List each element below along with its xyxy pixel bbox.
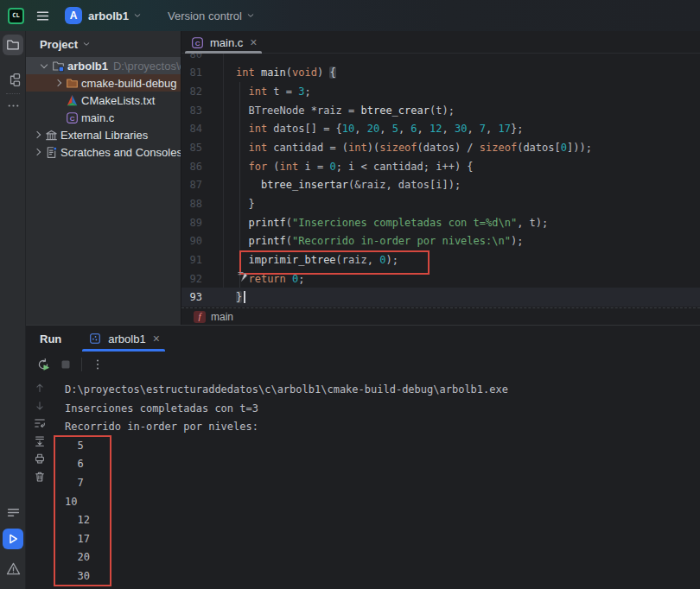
project-avatar[interactable]: A	[65, 7, 82, 24]
tab-close-icon[interactable]: ×	[250, 36, 257, 48]
run-panel-title[interactable]: Run	[40, 332, 61, 345]
line-number: 90	[181, 235, 202, 247]
code-text: }	[202, 291, 242, 303]
tree-item-scratches-and-consoles[interactable]: Scratches and Consoles	[26, 143, 181, 161]
chevron-down-icon[interactable]	[38, 65, 50, 67]
breadcrumb-item-main[interactable]: main	[211, 311, 233, 323]
code-text: BTreeNode *raiz = btree_crear(t);	[202, 104, 455, 117]
more-vertical-button[interactable]	[91, 358, 105, 371]
breadcrumb: f main	[181, 307, 700, 325]
console-line: 20	[65, 548, 508, 567]
run-tab-label: arbolb1	[108, 332, 145, 345]
print-button[interactable]	[33, 453, 47, 465]
excluded-folder-icon	[64, 77, 80, 90]
tree-item-main-c[interactable]: Cmain.c	[26, 109, 181, 126]
tree-item-external-libraries[interactable]: External Libraries	[26, 126, 181, 143]
code-line-82[interactable]: 82 int t = 3;	[181, 82, 700, 101]
svg-text:C: C	[194, 39, 200, 47]
line-number: 85	[181, 142, 202, 154]
run-panel-header: Run arbolb1 ×	[26, 326, 700, 352]
line-number: 89	[181, 217, 202, 229]
code-line-91[interactable]: 91 imprimir_btree(raiz, 0);	[181, 250, 700, 269]
lines-toolwindow-button[interactable]	[3, 502, 23, 522]
line-number: 81	[181, 66, 202, 79]
editor-tab-bar: C main.c ×	[181, 31, 700, 54]
svg-text:C: C	[69, 114, 74, 122]
project-tree: arbolb1D:\proyectos\estrucmake-build-deb…	[26, 57, 181, 161]
main-toolbar: CL A arbolb1 Version control	[0, 0, 700, 31]
tree-item-cmake-build-debug[interactable]: cmake-build-debug	[26, 74, 181, 92]
code-line-86[interactable]: 86 for (int i = 0; i < cantidad; i++) {	[181, 157, 700, 176]
code-line-88[interactable]: 88 }	[181, 194, 700, 213]
stop-button[interactable]	[59, 358, 73, 371]
run-panel: Run arbolb1 × D:\proyectos\estructuradde…	[26, 325, 700, 589]
arrow-up-button[interactable]	[33, 382, 47, 394]
line-number: 84	[181, 123, 202, 135]
strip-divider	[6, 93, 20, 94]
project-switcher[interactable]: arbolb1	[88, 10, 129, 22]
c-file-icon: C	[64, 111, 80, 124]
editor-area: C main.c × 8081int main(void) {82 int t …	[181, 31, 700, 325]
version-control-menu[interactable]: Version control	[168, 10, 242, 22]
chevron-right-icon[interactable]	[31, 149, 43, 155]
code-line-92[interactable]: 92 return 0;	[181, 269, 700, 288]
code-text: }	[202, 198, 255, 210]
console-line: 7	[65, 474, 508, 493]
run-tab-close-icon[interactable]: ×	[153, 332, 160, 345]
code-line-85[interactable]: 85 int cantidad = (int)(sizeof(datos) / …	[181, 138, 700, 157]
tab-main-c[interactable]: C main.c ×	[181, 31, 265, 54]
console-line: Inserciones completadas con t=3	[65, 400, 508, 419]
chevron-down-icon	[82, 40, 91, 48]
scratches-icon	[43, 146, 59, 159]
code-text: printf("Recorrido in-order por niveles:\…	[202, 235, 523, 247]
tree-item-arbolb1[interactable]: arbolb1D:\proyectos\estru	[26, 57, 181, 74]
line-number: 82	[181, 86, 202, 98]
project-toolwindow-button[interactable]	[3, 35, 23, 55]
clear-button[interactable]	[33, 471, 47, 483]
code-line-81[interactable]: 81int main(void) {	[181, 64, 700, 83]
project-panel-title: Project	[40, 38, 78, 51]
chevron-right-icon[interactable]	[31, 132, 43, 137]
code-line-83[interactable]: 83 BTreeNode *raiz = btree_crear(t);	[181, 101, 700, 120]
code-editor[interactable]: 8081int main(void) {82 int t = 3;83 BTre…	[181, 54, 700, 307]
tree-item-path: D:\proyectos\estru	[113, 60, 181, 73]
run-toolwindow-button[interactable]	[3, 529, 23, 549]
clion-window: CL A arbolb1 Version control Project arb…	[0, 0, 700, 589]
structure-toolwindow-button[interactable]	[3, 69, 23, 90]
rerun-button[interactable]	[36, 358, 50, 371]
problems-toolwindow-button[interactable]	[3, 558, 23, 579]
scroll-to-end-button[interactable]	[33, 435, 47, 447]
run-tab-arbolb1[interactable]: arbolb1 ×	[80, 326, 167, 352]
console-line: 5	[65, 437, 508, 456]
code-text: int main(void) {	[202, 66, 336, 79]
line-number: 92	[181, 273, 202, 285]
code-line-89[interactable]: 89 printf("Inserciones completadas con t…	[181, 213, 700, 232]
project-panel: Project arbolb1D:\proyectos\estrucmake-b…	[26, 31, 181, 325]
project-folder-badged-icon	[50, 60, 66, 73]
line-number: 88	[181, 198, 202, 210]
console-line: D:\proyectos\estructuraddedatos\c\arbolb…	[65, 381, 508, 400]
console-line: 17	[65, 530, 508, 549]
soft-wrap-button[interactable]	[33, 417, 47, 429]
code-lines: 8081int main(void) {82 int t = 3;83 BTre…	[181, 54, 700, 307]
hamburger-menu-icon[interactable]	[35, 8, 50, 23]
function-icon: f	[194, 311, 206, 323]
code-text: for (int i = 0; i < cantidad; i++) {	[202, 161, 474, 173]
console-line: 12	[65, 511, 508, 530]
code-line-87[interactable]: 87 btree_insertar(&raiz, datos[i]);	[181, 175, 700, 194]
chevron-right-icon[interactable]	[52, 80, 64, 86]
code-line-93[interactable]: 93}	[181, 288, 700, 307]
text-cursor-icon	[237, 270, 250, 286]
code-text: imprimir_btree(raiz, 0);	[202, 254, 398, 266]
console-output: D:\proyectos\estructuraddedatos\c\arbolb…	[65, 381, 508, 586]
arrow-down-button[interactable]	[33, 400, 47, 412]
code-line-84[interactable]: 84 int datos[] = {10, 20, 5, 6, 12, 30, …	[181, 120, 700, 139]
avatar-letter: A	[70, 10, 78, 22]
line-number: 87	[181, 179, 202, 191]
code-text: int datos[] = {10, 20, 5, 6, 12, 30, 7, …	[202, 123, 523, 135]
code-line-90[interactable]: 90 printf("Recorrido in-order por nivele…	[181, 231, 700, 250]
code-line-80[interactable]: 80	[181, 54, 700, 64]
project-panel-header[interactable]: Project	[26, 31, 181, 57]
more-toolwindows-button[interactable]	[3, 95, 23, 116]
tree-item-cmakelists-txt[interactable]: CMakeLists.txt	[26, 92, 181, 109]
